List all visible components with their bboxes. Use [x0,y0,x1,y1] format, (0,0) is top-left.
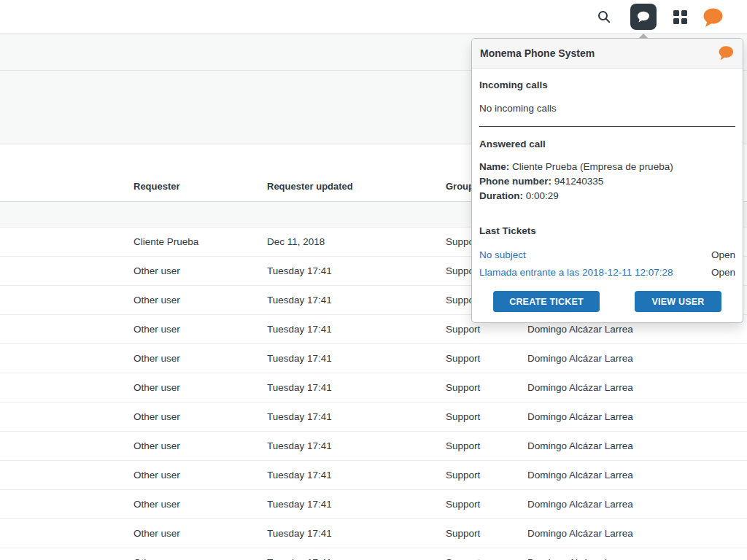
table-row[interactable]: Other userTuesday 17:41SupportDomingo Al… [0,461,747,490]
section-divider [479,126,735,127]
cell-assignee: Domingo Alcázar Larrea [527,440,747,451]
popup-actions: CREATE TICKET VIEW USER [479,291,735,312]
cell-updated: Tuesday 17:41 [267,353,446,364]
cell-requester: Other user [133,499,267,510]
cell-assignee: Domingo Alcázar Larrea [527,353,747,364]
cell-requester: Other user [133,295,267,306]
cell-requester: Other user [133,324,267,335]
cell-updated: Tuesday 17:41 [267,324,446,335]
table-row[interactable]: Other userTuesday 17:41SupportDomingo Al… [0,344,747,373]
cell-updated: Tuesday 17:41 [267,557,446,560]
cell-updated: Tuesday 17:41 [267,265,446,276]
monema-app-toolbar-button[interactable] [630,4,657,30]
answered-name-line: Name: Cliente Prueba (Empresa de prueba) [479,160,735,174]
view-user-button[interactable]: VIEW USER [635,291,721,312]
cell-group: Support [446,470,527,481]
no-incoming-calls-text: No incoming calls [479,103,735,114]
popup-arrow [638,34,649,39]
cell-requester: Other user [133,411,267,422]
column-header-requester[interactable]: Requester [133,181,267,201]
chat-bubble-icon [636,11,651,23]
cell-group: Support [446,382,527,393]
cell-updated: Dec 11, 2018 [267,236,446,247]
cell-updated: Tuesday 17:41 [267,295,446,306]
cell-group: Support [446,440,527,451]
search-button[interactable] [594,7,614,27]
cell-assignee: Domingo Alcázar Larrea [527,557,747,560]
create-ticket-button[interactable]: CREATE TICKET [493,291,600,312]
name-label: Name: [479,161,509,172]
cell-updated: Tuesday 17:41 [267,440,446,451]
cell-group: Support [446,324,527,335]
apps-grid-icon [673,10,687,24]
cell-requester: Other user [133,353,267,364]
popup-header: Monema Phone System [472,39,743,69]
cell-assignee: Domingo Alcázar Larrea [527,411,747,422]
cell-updated: Tuesday 17:41 [267,470,446,481]
monema-phone-system-panel: Monema Phone System Incoming calls No in… [471,38,743,323]
phone-number-label: Phone number: [479,176,551,187]
cell-group: Support [446,557,527,560]
cell-requester: Other user [133,557,267,560]
ticket-item: Llamada entrante a las 2018-12-11 12:07:… [479,264,735,281]
header-spacer [0,192,133,201]
cell-assignee: Domingo Alcázar Larrea [527,528,747,539]
cell-requester: Other user [133,528,267,539]
cell-assignee: Domingo Alcázar Larrea [527,324,747,335]
cell-assignee: Domingo Alcázar Larrea [527,499,747,510]
monema-bubble-icon [717,45,735,61]
popup-title: Monema Phone System [480,47,595,59]
cell-group: Support [446,411,527,422]
incoming-calls-heading: Incoming calls [479,79,735,90]
cell-requester: Cliente Prueba [133,236,267,247]
ticket-item: No subjectOpen [479,246,735,264]
search-icon [596,9,612,25]
last-tickets-heading: Last Tickets [479,225,735,236]
cell-assignee: Domingo Alcázar Larrea [527,470,747,481]
phone-number-value: 941240335 [554,176,604,187]
ticket-link[interactable]: No subject [479,246,526,264]
cell-requester: Other user [133,265,267,276]
answered-call-details: Name: Cliente Prueba (Empresa de prueba)… [479,160,735,203]
duration-label: Duration: [479,190,523,201]
ticket-status: Open [711,246,735,264]
popup-body: Incoming calls No incoming calls Answere… [472,79,743,321]
column-header-requester-updated[interactable]: Requester updated [267,181,446,201]
table-row[interactable]: Other userTuesday 17:41SupportDomingo Al… [0,490,747,519]
table-row[interactable]: Other userTuesday 17:41SupportDomingo Al… [0,373,747,402]
ticket-list: No subjectOpenLlamada entrante a las 201… [479,246,735,281]
cell-group: Support [446,499,527,510]
ticket-status: Open [711,264,735,281]
table-row[interactable]: Other userTuesday 17:41SupportDomingo Al… [0,402,747,432]
name-value: Cliente Prueba (Empresa de prueba) [512,161,673,172]
duration-value: 0:00:29 [526,190,559,201]
cell-requester: Other user [133,382,267,393]
ticket-link[interactable]: Llamada entrante a las 2018-12-11 12:07:… [479,264,673,281]
cell-group: Support [446,528,527,539]
cell-group: Support [446,353,527,364]
cell-updated: Tuesday 17:41 [267,411,446,422]
cell-requester: Other user [133,470,267,481]
cell-updated: Tuesday 17:41 [267,499,446,510]
apps-button[interactable] [671,8,689,26]
answered-duration-line: Duration: 0:00:29 [479,189,735,203]
table-row[interactable]: Other userTuesday 17:41SupportDomingo Al… [0,548,747,560]
table-row[interactable]: Other userTuesday 17:41SupportDomingo Al… [0,432,747,461]
top-navigation-bar [0,0,747,34]
cell-updated: Tuesday 17:41 [267,528,446,539]
table-row[interactable]: Other userTuesday 17:41SupportDomingo Al… [0,519,747,548]
monema-bubble-icon [701,7,724,28]
cell-updated: Tuesday 17:41 [267,382,446,393]
answered-phone-line: Phone number: 941240335 [479,174,735,189]
monema-notification-button[interactable] [700,6,725,29]
cell-requester: Other user [133,440,267,451]
answered-call-heading: Answered call [479,139,735,149]
cell-assignee: Domingo Alcázar Larrea [527,382,747,393]
